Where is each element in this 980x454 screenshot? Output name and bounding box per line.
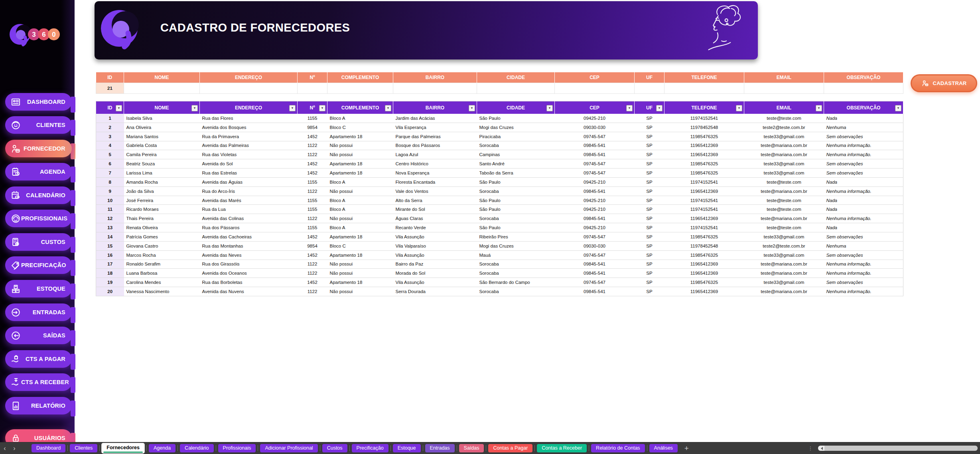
table-cell-cidade[interactable]: Mauá — [477, 250, 555, 260]
sheet-tab-profissionais[interactable]: Profissionais — [218, 444, 256, 452]
sheet-tab-dashboard[interactable]: Dashboard — [32, 444, 65, 452]
table-cell-cidade[interactable]: São Paulo — [477, 114, 555, 123]
table-cell-endereco[interactable]: Avenida dos Bosques — [200, 123, 298, 132]
form-next-id-cell[interactable]: 21 — [96, 83, 124, 94]
table-cell-telefone[interactable]: 11965412369 — [665, 214, 744, 223]
table-cell-observacao[interactable]: Nada — [824, 205, 903, 214]
sheet-tab-agenda[interactable]: Agenda — [149, 444, 175, 452]
scrollbar-thumb[interactable] — [824, 446, 978, 451]
table-cell-n[interactable]: 1122 — [298, 260, 327, 269]
table-cell-n[interactable]: 1155 — [298, 177, 327, 186]
table-cell-email[interactable]: teste@mariana.com.br — [744, 150, 824, 159]
table-cell-telefone[interactable]: 11965412369 — [665, 269, 744, 278]
table-cell-cidade[interactable]: São Paulo — [477, 196, 555, 205]
table-cell-n[interactable]: 1452 — [298, 159, 327, 169]
table-cell-complemento[interactable]: Bloco A — [327, 114, 393, 123]
table-cell-email[interactable]: teste33@gmail.com — [744, 250, 824, 260]
table-cell-nome[interactable]: Ana Oliveira — [124, 123, 200, 132]
table-cell-cidade[interactable]: São Bernardo do Campo — [477, 278, 555, 287]
sheet-tab-precificacao[interactable]: Precificação — [352, 444, 388, 452]
table-cell-email[interactable]: teste33@gmail.com — [744, 159, 824, 169]
table-cell-telefone[interactable]: 11985476325 — [665, 132, 744, 141]
table-cell-nome[interactable]: Luana Barbosa — [124, 269, 200, 278]
table-cell-endereco[interactable]: Avenida das Águias — [200, 177, 298, 186]
table-cell-observacao[interactable]: Sem observações — [824, 169, 903, 178]
table-cell-bairro[interactable]: Bosque dos Pássaros — [393, 141, 477, 150]
table-cell-n[interactable]: 1452 — [298, 232, 327, 241]
table-cell-n[interactable]: 1452 — [298, 132, 327, 141]
table-cell-endereco[interactable]: Avenida das Cachoeiras — [200, 232, 298, 241]
table-cell-telefone[interactable]: 11974152541 — [665, 223, 744, 232]
table-cell-bairro[interactable]: Jardim das Acácias — [393, 114, 477, 123]
table-cell-cidade[interactable]: São Paulo — [477, 205, 555, 214]
form-input-cell-email[interactable] — [744, 83, 824, 94]
table-cell-nome[interactable]: Isabela Silva — [124, 114, 200, 123]
table-cell-telefone[interactable]: 11974152541 — [665, 196, 744, 205]
table-cell-observacao[interactable]: Nenhuma — [824, 241, 903, 250]
table-cell-email[interactable]: teste@mariana.com.br — [744, 287, 824, 296]
table-cell-id[interactable]: 15 — [96, 241, 124, 250]
table-cell-telefone[interactable]: 11974152541 — [665, 114, 744, 123]
table-cell-cidade[interactable]: Campinas — [477, 150, 555, 159]
table-cell-email[interactable]: teste2@teste.com.br — [744, 241, 824, 250]
table-cell-id[interactable]: 7 — [96, 169, 124, 178]
table-cell-id[interactable]: 3 — [96, 132, 124, 141]
table-cell-bairro[interactable]: Serra Dourada — [393, 287, 477, 296]
table-cell-nome[interactable]: Ronaldo Serafim — [124, 260, 200, 269]
form-input-cell-complemento[interactable] — [327, 83, 393, 94]
filter-button[interactable]: ▼ — [385, 105, 391, 111]
table-cell-nome[interactable]: Camila Pereira — [124, 150, 200, 159]
table-cell-uf[interactable]: SP — [635, 150, 665, 159]
register-button[interactable]: CADASTRAR — [911, 74, 977, 92]
table-cell-email[interactable]: teste@teste.com — [744, 223, 824, 232]
sheet-tab-contas-a-pagar[interactable]: Contas a Pagar — [488, 444, 532, 452]
table-cell-cep[interactable]: 09030-030 — [555, 241, 635, 250]
table-cell-cep[interactable]: 09745-547 — [555, 232, 635, 241]
table-cell-n[interactable]: 1122 — [298, 214, 327, 223]
table-cell-endereco[interactable]: Rua das Flores — [200, 114, 298, 123]
table-cell-complemento[interactable]: Não possui — [327, 141, 393, 150]
table-cell-complemento[interactable]: Bloco A — [327, 196, 393, 205]
table-cell-uf[interactable]: SP — [635, 169, 665, 178]
table-cell-cep[interactable]: 09425-210 — [555, 177, 635, 186]
table-cell-complemento[interactable]: Bloco C — [327, 123, 393, 132]
table-cell-observacao[interactable]: Sem observações — [824, 159, 903, 169]
tabs-scroll-left[interactable]: ‹ — [0, 445, 10, 452]
sidebar-item-custos[interactable]: CUSTOS — [5, 233, 72, 251]
table-cell-cidade[interactable]: Mogi das Cruzes — [477, 123, 555, 132]
table-cell-complemento[interactable]: Apartamento 18 — [327, 278, 393, 287]
table-cell-cep[interactable]: 09845-541 — [555, 141, 635, 150]
table-cell-telefone[interactable]: 11974152541 — [665, 205, 744, 214]
table-cell-complemento[interactable]: Apartamento 18 — [327, 159, 393, 169]
table-cell-nome[interactable]: Patrícia Gomes — [124, 232, 200, 241]
sheet-tab-clientes[interactable]: Clientes — [70, 444, 97, 452]
table-cell-cep[interactable]: 09030-030 — [555, 123, 635, 132]
sidebar-item-fornecedor[interactable]: FORNECEDOR — [5, 140, 72, 157]
filter-button[interactable]: ▼ — [319, 105, 325, 111]
table-cell-bairro[interactable]: Águas Claras — [393, 214, 477, 223]
table-cell-uf[interactable]: SP — [635, 232, 665, 241]
table-cell-cidade[interactable]: São Paulo — [477, 177, 555, 186]
table-cell-complemento[interactable]: Apartamento 18 — [327, 250, 393, 260]
table-cell-endereco[interactable]: Avenida dos Oceanos — [200, 269, 298, 278]
table-cell-observacao[interactable]: Nenhuma informação. — [824, 287, 903, 296]
table-cell-id[interactable]: 8 — [96, 177, 124, 186]
table-cell-complemento[interactable]: Bloco C — [327, 241, 393, 250]
table-cell-endereco[interactable]: Avenida das Palmeiras — [200, 141, 298, 150]
table-cell-complemento[interactable]: Não possui — [327, 214, 393, 223]
table-cell-id[interactable]: 19 — [96, 278, 124, 287]
table-cell-email[interactable]: teste@mariana.com.br — [744, 260, 824, 269]
table-cell-bairro[interactable]: Alto da Serra — [393, 196, 477, 205]
table-cell-n[interactable]: 9854 — [298, 241, 327, 250]
table-cell-email[interactable]: teste@teste.com — [744, 177, 824, 186]
table-cell-uf[interactable]: SP — [635, 287, 665, 296]
filter-button[interactable]: ▼ — [116, 105, 122, 111]
table-cell-n[interactable]: 1452 — [298, 278, 327, 287]
table-cell-bairro[interactable]: Recanto Verde — [393, 223, 477, 232]
add-sheet-button[interactable]: + — [684, 444, 689, 453]
table-cell-telefone[interactable]: 11965412369 — [665, 141, 744, 150]
table-cell-email[interactable]: teste@mariana.com.br — [744, 269, 824, 278]
table-cell-cep[interactable]: 09425-210 — [555, 196, 635, 205]
table-cell-complemento[interactable]: Não possui — [327, 260, 393, 269]
table-cell-uf[interactable]: SP — [635, 196, 665, 205]
